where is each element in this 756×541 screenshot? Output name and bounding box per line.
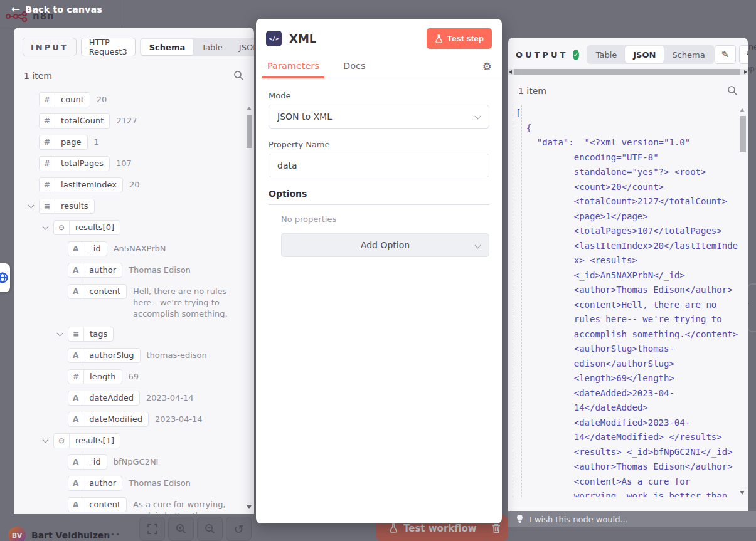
indent-guide bbox=[521, 105, 522, 497]
output-tab-table[interactable]: Table bbox=[588, 46, 626, 63]
field-pill[interactable]: A_id bbox=[68, 454, 107, 470]
field-name: lastItemIndex bbox=[55, 178, 122, 192]
avatar[interactable]: BV bbox=[8, 527, 26, 541]
header-divider bbox=[122, 0, 122, 28]
back-to-canvas-button[interactable]: ← Back to canvas bbox=[11, 4, 102, 14]
zoom-to-fit-button[interactable] bbox=[139, 517, 165, 541]
field-pill[interactable]: #totalCount bbox=[39, 113, 110, 129]
modal-tab-docs[interactable]: Docs bbox=[342, 55, 367, 78]
pin-data-button[interactable] bbox=[739, 45, 748, 64]
field-pill[interactable]: ⊖results[0] bbox=[53, 220, 120, 235]
field-pill[interactable]: #length bbox=[68, 369, 122, 384]
gear-icon[interactable]: ⚙ bbox=[482, 61, 492, 72]
text-icon: A bbox=[68, 498, 83, 512]
schema-row[interactable]: AdateModified2023-04-14 bbox=[14, 412, 248, 427]
scroll-up-arrow[interactable] bbox=[740, 108, 745, 112]
globe-icon bbox=[0, 271, 9, 284]
field-pill[interactable]: ≡tags bbox=[68, 327, 114, 342]
chevron-down-icon[interactable] bbox=[23, 199, 39, 207]
help-bubble-button[interactable] bbox=[0, 263, 10, 292]
trash-icon bbox=[492, 523, 501, 533]
modal-tab-parameters[interactable]: Parameters bbox=[266, 55, 321, 78]
input-source-button[interactable]: HTTP Request3 bbox=[81, 38, 136, 56]
field-pill[interactable]: #lastItemIndex bbox=[39, 177, 123, 192]
schema-row[interactable]: #totalPages107 bbox=[14, 156, 248, 171]
field-pill[interactable]: A_id bbox=[68, 241, 107, 256]
schema-row[interactable]: #lastItemIndex20 bbox=[14, 177, 248, 192]
scroll-left-arrow[interactable] bbox=[509, 70, 512, 74]
add-option-button[interactable]: Add Option bbox=[281, 233, 489, 257]
schema-row[interactable]: ≡tags bbox=[14, 327, 248, 342]
chevron-down-icon[interactable] bbox=[51, 327, 68, 335]
schema-row[interactable]: AdateAdded2023-04-14 bbox=[14, 391, 248, 406]
scroll-right-arrow[interactable] bbox=[744, 70, 747, 74]
input-tab-json[interactable]: JSON bbox=[231, 39, 254, 55]
search-icon[interactable] bbox=[727, 85, 738, 96]
field-pill[interactable]: Aauthor bbox=[68, 476, 122, 491]
input-view-tabs: SchemaTableJSON bbox=[140, 38, 254, 56]
schema-row[interactable]: ⊖results[0] bbox=[14, 220, 248, 235]
edit-output-button[interactable]: ✎ bbox=[715, 45, 736, 64]
field-pill[interactable]: #totalPages bbox=[39, 156, 110, 171]
field-value: An5NAXPrbN bbox=[114, 241, 183, 255]
reset-zoom-button[interactable]: ↺ bbox=[226, 517, 252, 541]
field-pill[interactable]: ⊖results[1] bbox=[53, 433, 120, 448]
pin-icon bbox=[745, 50, 748, 60]
output-scrollbar[interactable] bbox=[740, 116, 746, 152]
field-name: results[0] bbox=[70, 221, 120, 234]
field-pill[interactable]: AdateModified bbox=[68, 412, 149, 427]
chevron-down-icon[interactable] bbox=[37, 220, 53, 229]
chevron-down-icon bbox=[23, 113, 39, 118]
mode-select[interactable]: JSON to XML bbox=[269, 105, 489, 129]
property-name-input[interactable]: data bbox=[269, 154, 489, 177]
field-value: 20 bbox=[97, 92, 124, 105]
field-pill[interactable]: ≡results bbox=[39, 199, 95, 214]
schema-row[interactable]: A_idAn5NAXPrbN bbox=[14, 241, 248, 256]
scroll-down-arrow[interactable] bbox=[247, 505, 252, 509]
schema-row[interactable]: AauthorThomas Edison bbox=[14, 476, 248, 491]
flask-icon bbox=[435, 34, 443, 43]
scroll-down-arrow[interactable] bbox=[740, 491, 745, 495]
output-tab-schema[interactable]: Schema bbox=[664, 46, 713, 63]
schema-row[interactable]: AauthorThomas Edison bbox=[14, 263, 248, 278]
field-pill[interactable]: AdateAdded bbox=[68, 391, 140, 406]
node-feedback-bar[interactable]: I wish this node would... bbox=[508, 511, 756, 527]
zoom-in-button[interactable] bbox=[168, 517, 194, 541]
test-step-button[interactable]: Test step bbox=[427, 28, 492, 49]
field-pill[interactable]: #count bbox=[39, 92, 90, 107]
search-icon[interactable] bbox=[233, 70, 244, 81]
field-pill[interactable]: AauthorSlug bbox=[68, 348, 141, 363]
chevron-down-icon[interactable] bbox=[37, 433, 53, 442]
schema-row[interactable]: #page1 bbox=[14, 135, 248, 150]
input-items-count: 1 item bbox=[24, 71, 52, 81]
chevron-down-icon bbox=[51, 369, 68, 374]
options-section-title: Options bbox=[269, 189, 489, 205]
output-json-view[interactable]: [ { "data": "<?xml version="1.0" encodin… bbox=[508, 105, 748, 497]
fit-view-icon bbox=[147, 524, 157, 534]
input-scrollbar[interactable] bbox=[247, 115, 252, 148]
output-tab-json[interactable]: JSON bbox=[625, 46, 664, 63]
schema-row[interactable]: AcontentAs a cure for worrying, work is … bbox=[14, 497, 248, 514]
field-value: 20 bbox=[129, 177, 156, 191]
schema-row[interactable]: AauthorSlugthomas-edison bbox=[14, 348, 248, 363]
schema-row[interactable]: ⊖results[1] bbox=[14, 433, 248, 448]
field-pill[interactable]: Acontent bbox=[68, 497, 127, 512]
input-tab-schema[interactable]: Schema bbox=[141, 39, 193, 55]
scroll-up-arrow[interactable] bbox=[247, 107, 252, 110]
field-value: 2127 bbox=[116, 113, 153, 127]
field-pill[interactable]: Aauthor bbox=[68, 263, 122, 278]
output-horizontal-scrollbar[interactable] bbox=[508, 69, 748, 75]
input-tab-table[interactable]: Table bbox=[193, 39, 231, 55]
schema-row[interactable]: A_idbfNpGC2NI bbox=[14, 454, 248, 470]
schema-row[interactable]: AcontentHell, there are no rules here-- … bbox=[14, 284, 248, 320]
schema-row[interactable]: #totalCount2127 bbox=[14, 113, 248, 129]
schema-row[interactable]: #length69 bbox=[14, 369, 248, 384]
field-pill[interactable]: Acontent bbox=[68, 284, 127, 299]
chevron-down-icon bbox=[51, 412, 68, 416]
user-more-button[interactable]: ••• bbox=[105, 530, 120, 539]
field-name: dateAdded bbox=[83, 391, 139, 405]
zoom-out-button[interactable] bbox=[197, 517, 223, 541]
field-pill[interactable]: #page bbox=[39, 135, 88, 150]
schema-row[interactable]: ≡results bbox=[14, 199, 248, 214]
schema-row[interactable]: #count20 bbox=[14, 92, 248, 107]
